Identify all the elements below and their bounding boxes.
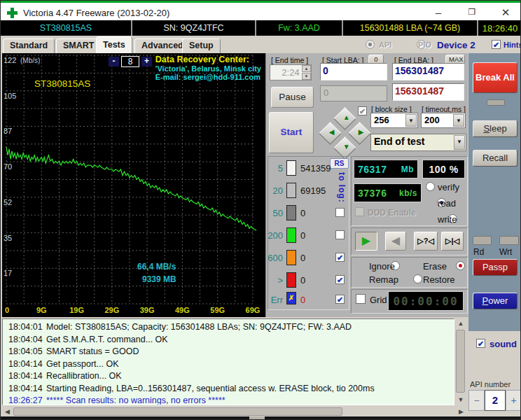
seek-end-button[interactable]: ▷|◁ <box>441 232 464 251</box>
timeout-dropdown[interactable]: 200 <box>421 113 466 128</box>
log-timestamp: 18:04:14 <box>3 358 46 371</box>
counter-color-swatch <box>286 183 296 198</box>
ignore-label: Ignore <box>369 261 395 272</box>
right-triangle-icon: ▶ <box>354 128 368 136</box>
counter-value: 69195 <box>300 186 326 196</box>
passport-button[interactable]: Passp <box>473 259 517 276</box>
log-panel: 18:04:01Model: ST380815AS; Capacity: 156… <box>1 317 468 416</box>
current-lba-disabled-field: 0 <box>320 85 387 102</box>
log-hscrollbar[interactable]: ◀ ▶ <box>2 407 466 417</box>
rd-led <box>473 236 492 245</box>
chevron-down-icon[interactable] <box>454 135 465 150</box>
end-time-label: [ End time ] <box>271 56 308 64</box>
verify-radio[interactable] <box>426 182 435 191</box>
chevron-down-icon[interactable] <box>405 114 417 127</box>
sound-label: sound <box>489 339 517 349</box>
grid-checkbox[interactable] <box>356 294 366 304</box>
play-button[interactable]: ▶ <box>355 232 377 251</box>
graph-zoom-out-button[interactable]: - <box>109 57 119 66</box>
api-plus-button[interactable]: + <box>506 390 521 411</box>
title-bar: Victoria 4.47 Freeware (2013-02-20) – ❒ … <box>1 1 521 20</box>
counter-color-swatch <box>286 160 296 176</box>
tab-smart[interactable]: SMART <box>56 38 101 53</box>
recall-button[interactable]: Recall <box>473 150 517 167</box>
tab-standard[interactable]: Standard <box>3 38 55 53</box>
graph-drive-label: ST380815AS <box>34 78 90 89</box>
pad-right-button[interactable]: ▶ <box>348 122 371 145</box>
resize-grip <box>249 416 265 420</box>
graph-zoom-value: 8 <box>121 56 139 67</box>
counter-value: 0 <box>300 295 305 305</box>
svg-text:105: 105 <box>4 92 16 100</box>
scroll-left-icon[interactable]: ◀ <box>2 407 13 417</box>
api-number-value: 2 <box>485 390 506 411</box>
close-button[interactable]: ✕ <box>489 3 521 22</box>
start-button[interactable]: Start <box>269 112 314 153</box>
end-time-spin-up-icon[interactable]: ▲ <box>302 65 311 72</box>
block-time-counters: RS to log: 5 541359 20 69195 50 0 200 <box>268 156 349 310</box>
api-radio-label: API <box>379 41 391 49</box>
svg-text:35: 35 <box>4 234 12 242</box>
svg-text:122: 122 <box>4 56 16 64</box>
log-message: Get S.M.A.R.T. command... OK <box>46 335 168 344</box>
speed-value: 37376 <box>358 188 387 199</box>
block-size-dropdown[interactable]: 256 <box>370 113 418 128</box>
to-log-checkbox[interactable]: ✔ <box>335 253 345 262</box>
log-message: ***** Scan results: no warnings, no erro… <box>46 396 225 405</box>
pad-up-button[interactable]: ▲ <box>333 107 356 130</box>
chevron-down-icon[interactable] <box>453 114 464 127</box>
sleep-button[interactable]: Sleep <box>473 120 517 137</box>
end-of-test-value: End of test <box>371 134 466 148</box>
test-control-panel: [ End time ] [ Start LBA: ] 0 [ End LBA:… <box>265 53 468 317</box>
wrt-led <box>499 236 519 245</box>
start-lba-input[interactable]: 0 <box>320 63 387 80</box>
read-label: read <box>438 198 456 209</box>
log-entry: 18:04:14Recallibration... OK <box>3 370 454 383</box>
to-log-checkbox[interactable] <box>335 230 345 239</box>
api-minus-button[interactable]: − <box>468 390 485 411</box>
drive-capacity: 156301488 LBA (~74 GB) <box>343 20 477 36</box>
graph-zoom-in-button[interactable]: + <box>141 57 152 66</box>
tab-tests[interactable]: Tests <box>96 36 132 53</box>
minimize-button[interactable]: – <box>422 3 454 22</box>
write-label: write <box>438 214 457 225</box>
end-lba-input[interactable]: 156301487 <box>392 63 464 80</box>
pause-button[interactable]: Pause <box>271 87 314 108</box>
ddd-enable-label: DDD Enable <box>368 208 416 218</box>
hscroll-thumb[interactable] <box>13 407 342 416</box>
api-radio[interactable] <box>366 40 375 49</box>
power-button[interactable]: Power <box>473 293 517 309</box>
pad-left-button[interactable]: ◀ <box>319 122 342 145</box>
log-vscrollbar[interactable]: ▲ ▼ <box>455 318 466 405</box>
sound-checkbox[interactable]: ✔ <box>476 339 485 348</box>
scroll-up-icon[interactable]: ▲ <box>455 318 466 329</box>
end-time-spin-down-icon[interactable]: ▼ <box>302 73 311 80</box>
ddd-enable-checkbox[interactable] <box>355 207 364 216</box>
device-label[interactable]: Device 2 <box>437 40 475 50</box>
window-title: Victoria 4.47 Freeware (2013-02-20) <box>23 8 169 18</box>
counter-value: 0 <box>300 275 305 286</box>
svg-text:0: 0 <box>5 306 9 314</box>
end-of-test-dropdown[interactable]: End of test <box>370 134 466 151</box>
to-log-checkbox[interactable] <box>335 208 345 217</box>
log-message: Model: ST380815AS; Capacity: 156301488 L… <box>46 322 352 332</box>
svg-text:39G: 39G <box>140 306 155 314</box>
down-triangle-icon: ▼ <box>339 143 354 150</box>
scroll-down-icon[interactable]: ▼ <box>455 395 466 405</box>
maximize-button[interactable]: ❒ <box>456 3 488 22</box>
pad-checkbox[interactable]: ✔ <box>358 106 367 115</box>
tab-setup[interactable]: Setup <box>182 38 221 53</box>
log-entry: 18:04:04Get S.M.A.R.T. command... OK <box>3 334 454 346</box>
rewind-button[interactable]: ◀ <box>385 232 406 251</box>
log-box[interactable]: 18:04:01Model: ST380815AS; Capacity: 156… <box>2 318 454 405</box>
position-value: 76317 <box>358 164 387 175</box>
scroll-right-icon[interactable]: ▶ <box>456 407 466 417</box>
percent-lcd: 100 % <box>422 160 465 178</box>
vscroll-thumb[interactable] <box>456 330 465 393</box>
hints-checkbox[interactable]: ✔ <box>492 40 501 49</box>
to-log-checkbox[interactable]: ✔ <box>335 275 345 284</box>
break-all-button[interactable]: Break All <box>473 62 517 93</box>
to-log-checkbox[interactable]: ✔ <box>335 295 345 304</box>
counter-label: Err <box>265 295 283 305</box>
seek-question-button[interactable]: ▷?◁ <box>414 232 438 251</box>
